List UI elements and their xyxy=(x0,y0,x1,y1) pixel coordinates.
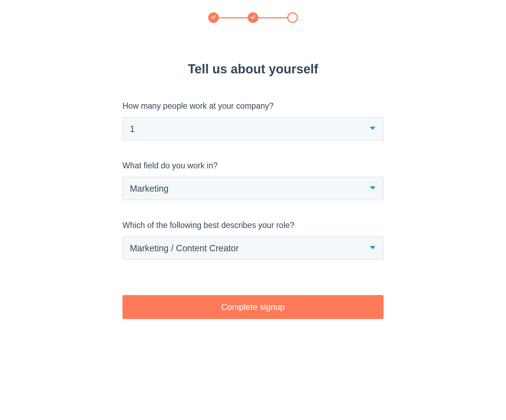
field-group: What field do you work in? Marketing xyxy=(122,161,384,200)
complete-signup-button[interactable]: Complete signup xyxy=(122,295,384,319)
company-size-label: How many people work at your company? xyxy=(122,101,384,111)
field-select[interactable]: Marketing xyxy=(122,177,384,200)
progress-line-2 xyxy=(258,17,287,18)
company-size-select-wrapper: 1 xyxy=(122,117,384,140)
role-select-wrapper: Marketing / Content Creator xyxy=(122,236,384,260)
role-group: Which of the following best describes yo… xyxy=(122,221,384,260)
company-size-group: How many people work at your company? 1 xyxy=(122,101,384,140)
check-icon xyxy=(250,14,256,21)
role-select[interactable]: Marketing / Content Creator xyxy=(122,236,384,260)
field-label: What field do you work in? xyxy=(122,161,384,170)
company-size-select[interactable]: 1 xyxy=(122,117,384,140)
progress-step-3 xyxy=(287,12,298,23)
field-select-wrapper: Marketing xyxy=(122,177,384,200)
role-label: Which of the following best describes yo… xyxy=(122,221,384,230)
progress-line-1 xyxy=(219,17,248,18)
progress-step-1 xyxy=(208,12,219,23)
check-icon xyxy=(211,14,216,21)
page-title: Tell us about yourself xyxy=(0,62,506,77)
progress-stepper xyxy=(0,0,506,23)
signup-form: How many people work at your company? 1 … xyxy=(122,101,384,319)
progress-step-2 xyxy=(248,12,258,23)
